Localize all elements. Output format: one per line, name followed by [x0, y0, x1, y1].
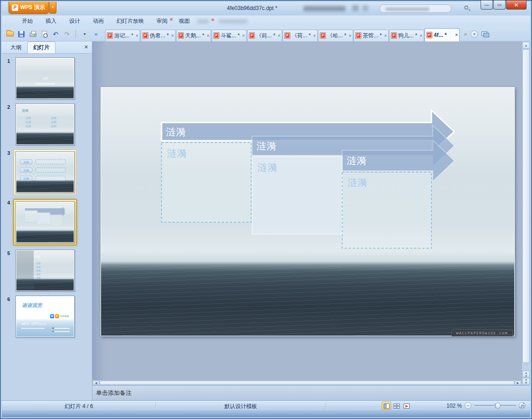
save-button[interactable]	[17, 30, 26, 39]
tab-close-icon[interactable]: ×	[348, 33, 351, 38]
menu-animation[interactable]: 动画	[86, 15, 110, 27]
doc-tab-7[interactable]: 《哈... *×	[318, 30, 353, 41]
menu-review[interactable]: 审阅	[150, 15, 174, 27]
resize-grip[interactable]	[519, 403, 525, 408]
tab-close-icon[interactable]: ×	[206, 33, 209, 38]
scroll-left-icon[interactable]: ◀	[93, 381, 99, 385]
horizontal-scroll-thumb[interactable]	[100, 381, 514, 385]
menu-home[interactable]: 开始	[15, 15, 39, 27]
account-icon-redacted[interactable]	[362, 5, 369, 11]
slide-thumbnail-1[interactable]: 1 涟漪	[2, 57, 92, 99]
wps-app-button-label: WPS 演示	[20, 4, 45, 11]
new-document-button[interactable]: +	[471, 31, 478, 38]
undo-button[interactable]: ↶	[51, 30, 60, 39]
placeholder1-label[interactable]: 涟漪	[167, 147, 187, 160]
zoom-level[interactable]: 102 %	[446, 403, 462, 409]
slide-sorter-button[interactable]	[392, 402, 401, 410]
slide-thumbnail-2[interactable]: 2 涟漪 · 涟漪· 涟漪· 涟漪 · 涟漪· 涟漪· 涟漪	[2, 103, 92, 145]
next-slide-button[interactable]: ▼▼	[522, 378, 530, 385]
slide-thumbnail-5[interactable]: 5 涟漪 · 涟漪· 涟漪· 涟漪· 涟漪· 涟漪	[2, 250, 92, 291]
doc-tab-6[interactable]: 《荷... *×	[283, 30, 318, 41]
slideshow-icon	[404, 404, 410, 409]
print-button[interactable]	[28, 30, 37, 39]
placeholder2-label[interactable]: 涟漪	[258, 161, 278, 174]
doc-tab-2[interactable]: 伪君... *×	[141, 30, 176, 41]
doc-tab-active[interactable]: 4f... *×	[425, 28, 460, 41]
toolbar-options-button[interactable]: ▾	[80, 30, 89, 39]
menu-slideshow[interactable]: 幻灯片放映	[110, 15, 150, 27]
notes-pane[interactable]: 单击添加备注	[92, 385, 530, 400]
zoom-out-button[interactable]: −	[465, 402, 471, 409]
doc-tab-5[interactable]: 《前... *×	[247, 30, 282, 41]
doc-tab-9[interactable]: 狗儿... *×	[389, 30, 424, 41]
slide-thumbnail-3[interactable]: 3 涟漪 涟漪 涟漪	[2, 149, 92, 195]
tab-close-icon[interactable]: ×	[241, 33, 245, 38]
slide-page[interactable]: 涟漪 涟漪 涟漪 涟漪 涟漪 涟漪 WALLPAPERSWIDE.COM	[101, 87, 515, 336]
minimize-button[interactable]: —	[481, 0, 493, 10]
ppt-doc-icon	[284, 32, 290, 39]
zoom-slider[interactable]	[474, 405, 516, 406]
tab-outline[interactable]: 大纲	[5, 41, 27, 53]
arrow3-label[interactable]: 涟漪	[347, 154, 367, 167]
scroll-tabs-right-button[interactable]: »	[464, 31, 467, 37]
panel-tab-bar: 大纲 幻灯片 ✕	[2, 41, 92, 54]
close-button[interactable]: ✕	[506, 0, 527, 10]
doc-tab-1[interactable]: 游记... *×	[105, 30, 140, 41]
tab-close-icon[interactable]: ×	[170, 33, 174, 38]
app-window: P WPS 演示 ▾ 4fe03b96dd37c.dpt * — ▭ ✕ ? ▾…	[0, 0, 532, 419]
notification-dot	[170, 18, 172, 20]
doc-tab-3[interactable]: 天鹅... *×	[176, 30, 211, 41]
zoom-slider-thumb[interactable]	[495, 403, 501, 409]
tab-slides[interactable]: 幻灯片	[27, 41, 56, 53]
tab-close-icon[interactable]: ×	[419, 33, 422, 38]
scroll-tabs-left-button[interactable]: «	[91, 30, 101, 39]
print-icon	[30, 33, 36, 37]
maximize-button[interactable]: ▭	[493, 0, 506, 10]
slide-thumbnail-6[interactable]: 6 谢谢观赏 WP在线模板 WPS Office	[2, 296, 92, 337]
search-input[interactable]	[380, 5, 451, 13]
tab-close-icon[interactable]: ×	[277, 33, 280, 38]
previous-slide-button[interactable]: ▲▲	[522, 371, 530, 378]
template-name[interactable]: 默认设计模板	[156, 403, 326, 410]
search-icon[interactable]	[464, 5, 468, 10]
tab-close-icon[interactable]: ×	[135, 33, 138, 38]
scroll-right-icon[interactable]: ▶	[515, 381, 521, 385]
menu-insert[interactable]: 插入	[39, 15, 63, 27]
normal-view-button[interactable]	[382, 402, 391, 410]
wps-app-button[interactable]: P WPS 演示	[9, 2, 49, 14]
save-icon	[18, 31, 25, 37]
menu-bar: 开始 插入 设计 动画 幻灯片放映 审阅 视图	[2, 15, 530, 27]
arrow1-label[interactable]: 涟漪	[166, 126, 186, 138]
slide-sorter-icon	[394, 404, 400, 409]
tab-close-icon[interactable]: ×	[454, 32, 458, 37]
panel-close-icon[interactable]: ✕	[84, 44, 88, 50]
arrow-diagram[interactable]	[101, 87, 515, 336]
title-bar: P WPS 演示 ▾ 4fe03b96dd37c.dpt * — ▭ ✕	[2, 2, 530, 15]
open-file-button[interactable]	[5, 30, 15, 39]
status-divider	[326, 402, 326, 409]
open-folder-icon	[6, 31, 14, 36]
quick-toolbar: ↶ ↷ ▾ « 游记... *× 伪君... *× 天鹅... *× 斗鲨...…	[2, 27, 530, 41]
user-name-redacted	[304, 6, 345, 11]
horizontal-scrollbar[interactable]: ◀ ▶	[92, 380, 522, 385]
redo-button[interactable]: ↷	[62, 30, 71, 39]
arrange-windows-icon[interactable]	[481, 31, 489, 37]
tab-close-icon[interactable]: ×	[312, 33, 316, 38]
brand-subline	[21, 328, 44, 329]
placeholder3-label[interactable]: 涟漪	[348, 176, 368, 189]
scroll-up-icon[interactable]: ▲	[522, 42, 530, 49]
status-bar: 幻灯片 4 / 6 默认设计模板 102 % − +	[2, 400, 530, 411]
print-preview-button[interactable]	[40, 30, 49, 39]
vertical-scroll-thumb[interactable]	[522, 49, 530, 363]
tab-close-icon[interactable]: ×	[383, 33, 387, 38]
doc-tab-4[interactable]: 斗鲨... *×	[212, 30, 247, 41]
slide-thumbnail-4-current[interactable]: 4	[2, 199, 92, 245]
menu-design[interactable]: 设计	[63, 15, 86, 27]
arrow2-label[interactable]: 涟漪	[257, 140, 277, 153]
wps-app-menu-caret[interactable]: ▾	[49, 2, 56, 14]
user-badge-redacted[interactable]	[352, 5, 359, 11]
menu-view[interactable]: 视图	[172, 15, 196, 27]
vertical-scrollbar[interactable]: ▲ ▲▲ ▼▼	[522, 41, 530, 385]
doc-tab-8[interactable]: 茶馆... *×	[354, 30, 389, 41]
slideshow-button[interactable]	[402, 402, 411, 410]
